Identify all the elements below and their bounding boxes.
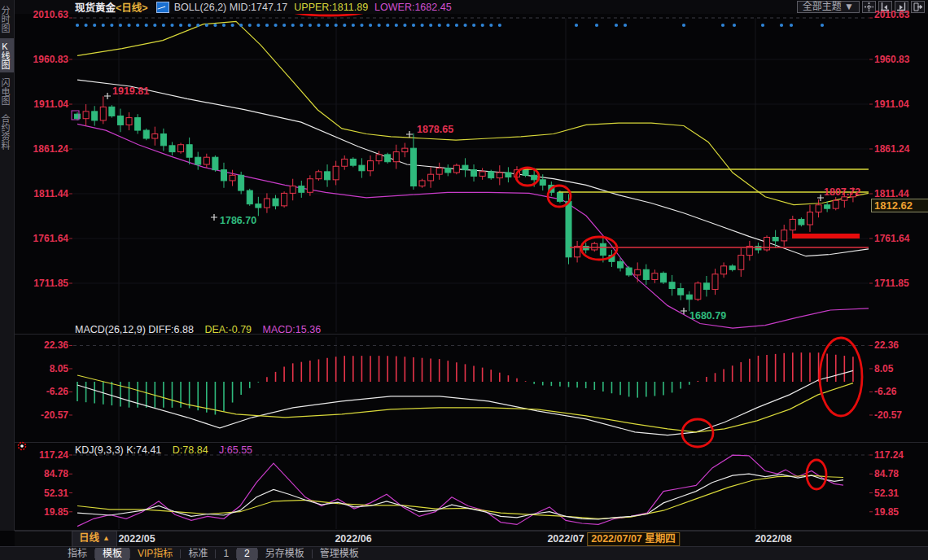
macd-macd-readout: MACD:15.36 bbox=[263, 324, 322, 335]
macd-axis-label-right: -20.57 bbox=[874, 409, 902, 421]
kdj-axis-label-left: 84.78 bbox=[18, 468, 68, 479]
sidebar-tab-kline-chart[interactable]: K线图 bbox=[0, 38, 14, 72]
price-annotation: 1878.65 bbox=[417, 124, 453, 135]
price-axis-label-right: 1711.85 bbox=[874, 278, 909, 289]
kdj-axis-label-left: 52.31 bbox=[18, 488, 68, 499]
macd-header: MACD(26,12,9) DIFF:6.88 DEA:-0.79 MACD:1… bbox=[75, 324, 321, 335]
macd-axis-label-left: -6.26 bbox=[18, 386, 68, 397]
time-axis: 2022/052022/062022/072022/082022/07/07 星… bbox=[15, 531, 928, 547]
sidebar-tab-flash-chart[interactable]: 闪电图 bbox=[0, 75, 14, 108]
period-tag: <日线> bbox=[116, 0, 148, 15]
toolbar-item-5[interactable]: 1 bbox=[216, 548, 236, 560]
price-axis-label-left: 1861.24 bbox=[18, 143, 68, 155]
kdj-k-readout: KDJ(9,3,3) K:74.41 bbox=[75, 444, 161, 456]
trading-app-window: 现货黄金 <日线> BOLL(26,2) MID:1747.17 UPPER:1… bbox=[0, 0, 928, 560]
chart-icon bbox=[156, 2, 169, 13]
chart-canvas[interactable] bbox=[0, 0, 928, 560]
toolbar-item-1[interactable]: 指标 bbox=[60, 548, 94, 560]
price-axis-label-right: 1761.64 bbox=[874, 233, 909, 244]
kdj-axis-label-right: 84.78 bbox=[874, 468, 899, 479]
macd-axis-label-left: 22.36 bbox=[18, 339, 68, 351]
kdj-axis-label-left: 117.24 bbox=[18, 449, 68, 461]
price-annotation: 1807.72 bbox=[824, 186, 860, 198]
kdj-axis-label-right: 117.24 bbox=[874, 449, 904, 461]
kdj-j-readout: J:65.55 bbox=[219, 444, 252, 456]
macd-axis-label-left: 8.05 bbox=[18, 363, 68, 374]
price-axis-label-left: 2010.63 bbox=[18, 9, 68, 20]
price-axis-label-right: 2010.63 bbox=[874, 9, 909, 20]
toolbar-item-4[interactable]: 标准 bbox=[181, 548, 215, 560]
boll-lower-readout: LOWER:1682.45 bbox=[374, 2, 452, 13]
time-axis-label: 2022/07 bbox=[547, 533, 584, 545]
price-axis-label-left: 1761.64 bbox=[18, 233, 68, 244]
toolbar-item-8[interactable]: 管理模板 bbox=[313, 548, 366, 560]
price-axis-label-right: 1861.24 bbox=[874, 143, 909, 155]
macd-axis-label-right: -6.26 bbox=[874, 386, 896, 397]
sidebar-tab-contract-info[interactable]: 合约资料 bbox=[0, 111, 14, 153]
price-annotation: 1680.79 bbox=[689, 310, 726, 322]
pop-out-icon[interactable] bbox=[911, 1, 925, 13]
price-axis-label-left: 1911.04 bbox=[18, 98, 68, 110]
price-axis-label-right: 1811.44 bbox=[874, 188, 909, 199]
price-axis-label-left: 1811.44 bbox=[18, 188, 68, 199]
top-bar: 现货黄金 <日线> BOLL(26,2) MID:1747.17 UPPER:1… bbox=[15, 0, 928, 14]
toolbar-item-6[interactable]: 2 bbox=[237, 548, 257, 560]
macd-dea-readout: DEA:-0.79 bbox=[204, 324, 252, 335]
current-price-box: 1812.62 bbox=[871, 199, 928, 212]
bottom-toolbar: 指标模板VIP指标标准12另存模板管理模板 bbox=[0, 546, 928, 560]
sidebar-tab-time-chart[interactable]: 分时图 bbox=[0, 2, 14, 36]
kdj-axis-label-left: 19.85 bbox=[18, 506, 68, 518]
time-axis-label: 2022/08 bbox=[755, 533, 791, 545]
macd-diff-readout: MACD(26,12,9) DIFF:6.88 bbox=[75, 324, 194, 335]
boll-mid-readout: BOLL(26,2) MID:1747.17 bbox=[174, 2, 288, 13]
toolbar-item-3[interactable]: VIP指标 bbox=[130, 548, 180, 560]
price-annotation: 1786.70 bbox=[220, 215, 256, 226]
toolbar-item-7[interactable]: 另存模板 bbox=[258, 548, 312, 560]
price-axis-label-right: 1911.04 bbox=[874, 98, 909, 110]
macd-axis-label-right: 22.36 bbox=[874, 339, 899, 351]
kdj-header: KDJ(9,3,3) K:74.41 D:78.84 J:65.55 bbox=[75, 444, 252, 456]
sidebar: 分时图 K线图 闪电图 合约资料 bbox=[0, 0, 15, 531]
price-axis-label-left: 1711.85 bbox=[18, 278, 68, 289]
theme-select-button[interactable]: 全部主题 ▼ bbox=[797, 1, 860, 13]
period-label: 日线 bbox=[79, 532, 99, 544]
crosshair-date-label: 2022/07/07 星期四 bbox=[587, 532, 680, 546]
triangle-up-icon: ▲ bbox=[103, 534, 110, 542]
time-axis-label: 2022/06 bbox=[335, 533, 371, 545]
kdj-axis-label-right: 52.31 bbox=[874, 488, 899, 499]
price-axis-label-left: 1960.83 bbox=[18, 54, 68, 65]
toolbar-item-2[interactable]: 模板 bbox=[95, 548, 129, 560]
macd-axis-label-right: 8.05 bbox=[874, 363, 893, 374]
boll-upper-readout: UPPER:1811.89 bbox=[294, 2, 368, 13]
macd-axis-label-left: -20.57 bbox=[18, 409, 68, 421]
symbol-title: 现货黄金 bbox=[75, 0, 116, 15]
kdj-d-readout: D:78.84 bbox=[173, 444, 208, 456]
price-axis-label-right: 1960.83 bbox=[874, 54, 909, 65]
period-dropdown-button[interactable]: 日线▲ bbox=[72, 531, 117, 547]
kdj-axis-label-right: 19.85 bbox=[874, 506, 899, 518]
price-annotation: 1919.81 bbox=[112, 85, 149, 97]
time-axis-label: 2022/05 bbox=[118, 533, 155, 545]
